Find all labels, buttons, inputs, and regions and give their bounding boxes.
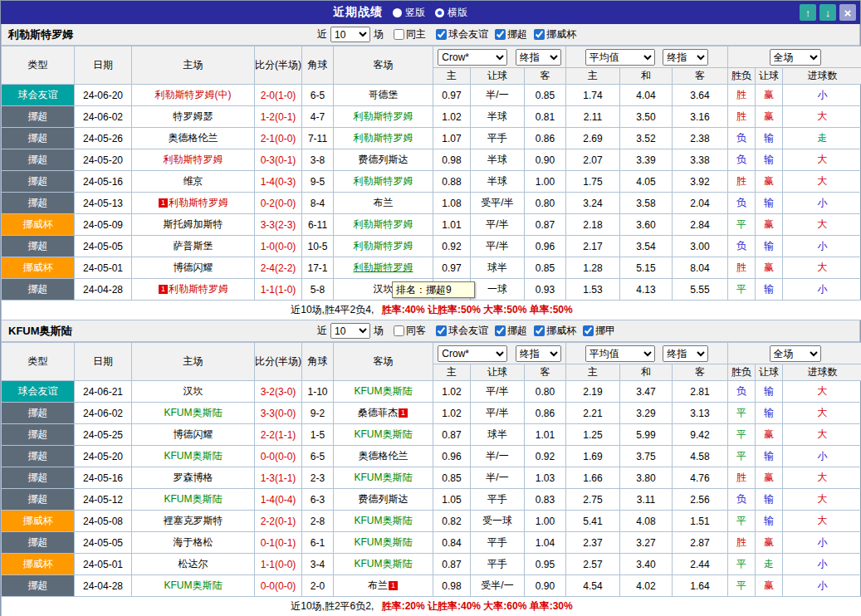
team-name-link[interactable]: 裡塞克罗斯特 <box>164 515 223 526</box>
team-name-link[interactable]: 奥德格伦兰 <box>169 132 218 144</box>
same-venue-checkbox[interactable] <box>394 325 404 336</box>
bookmaker-select[interactable]: Crow* <box>438 345 507 362</box>
scope-select[interactable]: 全场 <box>770 345 821 362</box>
match-date: 24-05-12 <box>75 489 132 511</box>
team-name-link[interactable]: KFUM奥斯陆 <box>355 515 413 526</box>
result-goals: 大 <box>783 149 861 171</box>
team-name-link[interactable]: 布兰 <box>374 197 394 208</box>
league-type-cell: 挪超 <box>2 279 75 301</box>
same-venue-checkbox[interactable] <box>394 29 404 40</box>
team-name-link[interactable]: 汉坎 <box>183 385 203 397</box>
match-count-select[interactable]: 10 <box>330 323 370 339</box>
team-name-link[interactable]: 特罗姆瑟 <box>174 110 213 122</box>
league-checkbox[interactable] <box>495 29 506 40</box>
result-handicap: 赢 <box>756 85 783 106</box>
league-checkbox[interactable] <box>436 29 447 40</box>
league-checkbox[interactable] <box>534 29 545 40</box>
team-name-link[interactable]: 费德列斯达 <box>359 493 408 505</box>
home-team-cell: 特罗姆瑟 <box>132 106 255 128</box>
result-winloss: 胜 <box>728 106 756 128</box>
team-name-link[interactable]: 博德闪耀 <box>174 428 213 440</box>
avg-draw-odds: 4.05 <box>620 171 673 193</box>
team-name-link[interactable]: 利勒斯特罗姆 <box>354 175 413 187</box>
team-name-link[interactable]: 汉坎 <box>374 283 394 295</box>
team-name-link[interactable]: KFUM奥斯陆 <box>164 450 223 462</box>
team-name-link[interactable]: 利勒斯特罗姆 <box>164 154 223 165</box>
layout-horizontal-radio[interactable]: 横版 <box>435 6 467 20</box>
radio-icon[interactable] <box>393 8 402 17</box>
league-filter[interactable]: 挪超 <box>495 324 527 338</box>
team-name-link[interactable]: 哥德堡 <box>369 89 399 100</box>
league-filter[interactable]: 挪威杯 <box>534 324 576 338</box>
avg-odds-header: 平均值 终指 <box>566 343 728 364</box>
team-name-link[interactable]: KFUM奥斯陆 <box>355 385 413 397</box>
team-name-link[interactable]: 利勒斯特罗姆 <box>354 240 413 252</box>
scope-select[interactable]: 全场 <box>770 49 821 66</box>
same-venue-filter[interactable]: 同客 <box>394 324 426 338</box>
team-name-link[interactable]: KFUM奥斯陆 <box>164 493 223 505</box>
avg-period-select[interactable]: 终指 <box>663 49 708 66</box>
team-name-link[interactable]: 海于格松 <box>174 536 213 548</box>
league-filter[interactable]: 球会友谊 <box>436 27 488 42</box>
league-checkbox[interactable] <box>534 325 545 336</box>
away-team-cell: 费德列斯达 <box>334 489 433 511</box>
move-up-button[interactable]: ↑ <box>800 4 816 21</box>
league-filter[interactable]: 挪威杯 <box>534 27 576 42</box>
team-name-link[interactable]: 维京 <box>183 175 203 187</box>
team-name-link[interactable]: 布兰 <box>368 579 388 591</box>
match-count-select[interactable]: 10 <box>330 27 370 42</box>
team-name-link[interactable]: 罗森博格 <box>174 472 213 483</box>
league-type-cell: 挪威杯 <box>2 511 75 532</box>
layout-vertical-radio[interactable]: 竖版 <box>393 6 425 20</box>
same-venue-filter[interactable]: 同主 <box>394 27 426 42</box>
away-team-cell: 利勒斯特罗姆 <box>334 171 433 193</box>
league-type-cell: 挪超 <box>2 149 75 171</box>
team-name-link[interactable]: KFUM奥斯陆 <box>355 428 413 440</box>
bookmaker-select[interactable]: Crow* <box>438 49 507 66</box>
result-handicap: 赢 <box>756 257 783 279</box>
team-name-link[interactable]: 利勒斯特罗姆 <box>354 110 413 122</box>
radio-selected-icon[interactable] <box>435 8 444 17</box>
team-name-link[interactable]: 利勒斯特罗姆 <box>354 262 413 273</box>
result-goals: 小 <box>783 279 861 301</box>
result-handicap: 赢 <box>756 106 783 128</box>
avg-select[interactable]: 平均值 <box>585 49 655 66</box>
team-name-link[interactable]: KFUM奥斯陆 <box>355 472 413 483</box>
league-filter[interactable]: 球会友谊 <box>436 324 488 338</box>
league-type-cell: 挪超 <box>2 128 75 149</box>
league-filter[interactable]: 挪甲 <box>583 324 615 338</box>
result-winloss: 胜 <box>728 85 756 106</box>
team-name-link[interactable]: KFUM奥斯陆 <box>355 536 413 548</box>
col-corner: 角球 <box>302 46 334 85</box>
team-name-link[interactable]: 费德列斯达 <box>359 154 408 165</box>
avg-draw-odds: 4.02 <box>620 575 673 597</box>
team-name-link[interactable]: 利勒斯特罗姆 <box>354 132 413 144</box>
team-name-link[interactable]: 桑德菲杰 <box>358 407 398 418</box>
avg-period-select[interactable]: 终指 <box>663 345 708 362</box>
book-period-select[interactable]: 终指 <box>516 49 561 66</box>
move-down-button[interactable]: ↓ <box>819 4 836 21</box>
team-name-link[interactable]: 利勒斯特罗姆 <box>169 197 228 208</box>
league-checkbox[interactable] <box>495 325 506 336</box>
team-name-link[interactable]: 利勒斯特罗姆 <box>354 218 413 230</box>
team-name-link[interactable]: 松达尔 <box>179 558 208 570</box>
avg-select[interactable]: 平均值 <box>585 345 655 362</box>
team-name-link[interactable]: 斯托姆加斯特 <box>164 218 223 230</box>
close-button[interactable]: × <box>839 4 856 21</box>
team-name-link[interactable]: 奥德格伦兰 <box>359 450 408 462</box>
team-name-link[interactable]: 利勒斯特罗姆 <box>169 283 228 295</box>
sub-col-avg-home: 主 <box>566 364 620 381</box>
team-name-link[interactable]: KFUM奥斯陆 <box>164 407 223 418</box>
team-name-link[interactable]: KFUM奥斯陆 <box>164 579 223 591</box>
team-name-link[interactable]: 利勒斯特罗姆(中) <box>155 89 232 100</box>
team-name-link[interactable]: 萨普斯堡 <box>174 240 213 252</box>
league-checkbox[interactable] <box>583 325 594 336</box>
team-name-link[interactable]: 博德闪耀 <box>174 262 213 273</box>
team-name-link[interactable]: KFUM奥斯陆 <box>355 558 413 570</box>
handicap-home-odds: 0.84 <box>433 532 471 554</box>
book-period-select[interactable]: 终指 <box>516 345 561 362</box>
league-filter[interactable]: 挪超 <box>495 27 527 42</box>
league-checkbox[interactable] <box>436 325 447 336</box>
away-team-cell: 哥德堡 <box>334 85 433 106</box>
avg-draw-odds: 3.75 <box>620 446 673 467</box>
